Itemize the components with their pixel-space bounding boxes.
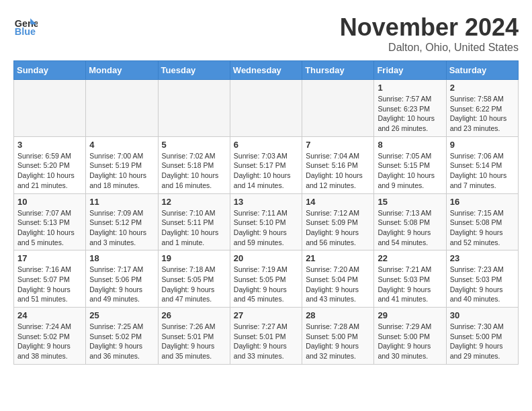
calendar-cell: 21Sunrise: 7:20 AM Sunset: 5:04 PM Dayli… [302,250,374,308]
day-info: Sunrise: 7:19 AM Sunset: 5:05 PM Dayligh… [234,265,298,304]
weekday-header-tuesday: Tuesday [158,61,230,80]
calendar-cell: 12Sunrise: 7:10 AM Sunset: 5:11 PM Dayli… [158,193,230,250]
day-number: 9 [450,140,515,150]
day-info: Sunrise: 7:21 AM Sunset: 5:03 PM Dayligh… [378,265,442,304]
day-number: 8 [378,140,442,150]
day-number: 7 [306,140,370,150]
week-row-2: 3Sunrise: 6:59 AM Sunset: 5:20 PM Daylig… [14,136,519,193]
day-number: 18 [89,253,154,263]
day-info: Sunrise: 7:06 AM Sunset: 5:14 PM Dayligh… [450,151,515,191]
svg-text:Blue: Blue [15,26,36,37]
week-row-5: 24Sunrise: 7:24 AM Sunset: 5:02 PM Dayli… [14,308,519,365]
day-info: Sunrise: 7:00 AM Sunset: 5:19 PM Dayligh… [89,151,154,191]
page-header: General Blue November 2024 Dalton, Ohio,… [13,13,519,54]
month-title: November 2024 [340,13,519,42]
day-number: 1 [378,83,442,93]
week-row-3: 10Sunrise: 7:07 AM Sunset: 5:13 PM Dayli… [14,193,519,250]
day-info: Sunrise: 6:59 AM Sunset: 5:20 PM Dayligh… [17,151,82,191]
title-area: November 2024 Dalton, Ohio, United State… [340,13,519,54]
day-info: Sunrise: 7:18 AM Sunset: 5:05 PM Dayligh… [162,265,226,304]
calendar-cell: 18Sunrise: 7:17 AM Sunset: 5:06 PM Dayli… [86,250,158,308]
calendar-cell: 20Sunrise: 7:19 AM Sunset: 5:05 PM Dayli… [230,250,302,308]
day-number: 3 [17,140,82,150]
weekday-header-saturday: Saturday [446,61,518,80]
calendar-cell: 7Sunrise: 7:04 AM Sunset: 5:16 PM Daylig… [302,136,374,193]
calendar-cell: 15Sunrise: 7:13 AM Sunset: 5:08 PM Dayli… [374,193,446,250]
calendar-cell: 26Sunrise: 7:26 AM Sunset: 5:01 PM Dayli… [158,308,230,365]
day-info: Sunrise: 7:57 AM Sunset: 6:23 PM Dayligh… [378,94,442,134]
weekday-header-row: SundayMondayTuesdayWednesdayThursdayFrid… [14,61,519,80]
logo-icon: General Blue [13,13,38,38]
day-number: 25 [89,310,154,320]
weekday-header-friday: Friday [374,61,446,80]
day-number: 17 [17,253,82,263]
calendar-cell [158,80,230,137]
day-info: Sunrise: 7:13 AM Sunset: 5:08 PM Dayligh… [378,208,442,248]
day-info: Sunrise: 7:09 AM Sunset: 5:12 PM Dayligh… [89,208,154,248]
day-number: 6 [234,140,298,150]
calendar-cell: 10Sunrise: 7:07 AM Sunset: 5:13 PM Dayli… [14,193,86,250]
calendar-cell: 3Sunrise: 6:59 AM Sunset: 5:20 PM Daylig… [14,136,86,193]
calendar-cell: 24Sunrise: 7:24 AM Sunset: 5:02 PM Dayli… [14,308,86,365]
calendar-cell: 11Sunrise: 7:09 AM Sunset: 5:12 PM Dayli… [86,193,158,250]
calendar-cell: 25Sunrise: 7:25 AM Sunset: 5:02 PM Dayli… [86,308,158,365]
calendar-cell [14,80,86,137]
location: Dalton, Ohio, United States [340,42,519,54]
calendar-cell: 14Sunrise: 7:12 AM Sunset: 5:09 PM Dayli… [302,193,374,250]
calendar-cell: 28Sunrise: 7:28 AM Sunset: 5:00 PM Dayli… [302,308,374,365]
day-info: Sunrise: 7:27 AM Sunset: 5:01 PM Dayligh… [234,322,298,361]
day-info: Sunrise: 7:07 AM Sunset: 5:13 PM Dayligh… [17,208,82,248]
day-number: 14 [306,197,370,207]
day-info: Sunrise: 7:12 AM Sunset: 5:09 PM Dayligh… [306,208,370,248]
week-row-1: 1Sunrise: 7:57 AM Sunset: 6:23 PM Daylig… [14,80,519,137]
week-row-4: 17Sunrise: 7:16 AM Sunset: 5:07 PM Dayli… [14,250,519,308]
day-number: 26 [162,310,226,320]
calendar-cell [86,80,158,137]
weekday-header-sunday: Sunday [14,61,86,80]
calendar-cell: 16Sunrise: 7:15 AM Sunset: 5:08 PM Dayli… [446,193,518,250]
day-info: Sunrise: 7:05 AM Sunset: 5:15 PM Dayligh… [378,151,442,191]
day-info: Sunrise: 7:25 AM Sunset: 5:02 PM Dayligh… [89,322,154,361]
calendar-table: SundayMondayTuesdayWednesdayThursdayFrid… [13,60,519,365]
day-info: Sunrise: 7:26 AM Sunset: 5:01 PM Dayligh… [162,322,226,361]
day-number: 27 [234,310,298,320]
calendar-cell: 4Sunrise: 7:00 AM Sunset: 5:19 PM Daylig… [86,136,158,193]
weekday-header-monday: Monday [86,61,158,80]
calendar-cell: 19Sunrise: 7:18 AM Sunset: 5:05 PM Dayli… [158,250,230,308]
logo: General Blue [13,13,38,38]
day-info: Sunrise: 7:03 AM Sunset: 5:17 PM Dayligh… [234,151,298,191]
day-info: Sunrise: 7:24 AM Sunset: 5:02 PM Dayligh… [17,322,82,361]
day-number: 15 [378,197,442,207]
day-number: 2 [450,83,515,93]
calendar-cell: 27Sunrise: 7:27 AM Sunset: 5:01 PM Dayli… [230,308,302,365]
day-info: Sunrise: 7:15 AM Sunset: 5:08 PM Dayligh… [450,208,515,248]
day-number: 22 [378,253,442,263]
weekday-header-thursday: Thursday [302,61,374,80]
calendar-cell: 6Sunrise: 7:03 AM Sunset: 5:17 PM Daylig… [230,136,302,193]
day-number: 21 [306,253,370,263]
day-info: Sunrise: 7:17 AM Sunset: 5:06 PM Dayligh… [89,265,154,304]
day-info: Sunrise: 7:04 AM Sunset: 5:16 PM Dayligh… [306,151,370,191]
day-number: 4 [89,140,154,150]
calendar-cell: 30Sunrise: 7:30 AM Sunset: 5:00 PM Dayli… [446,308,518,365]
day-info: Sunrise: 7:10 AM Sunset: 5:11 PM Dayligh… [162,208,226,248]
day-number: 16 [450,197,515,207]
day-number: 30 [450,310,515,320]
calendar-cell: 17Sunrise: 7:16 AM Sunset: 5:07 PM Dayli… [14,250,86,308]
day-number: 19 [162,253,226,263]
calendar-cell: 5Sunrise: 7:02 AM Sunset: 5:18 PM Daylig… [158,136,230,193]
day-number: 24 [17,310,82,320]
day-info: Sunrise: 7:30 AM Sunset: 5:00 PM Dayligh… [450,322,515,361]
day-info: Sunrise: 7:20 AM Sunset: 5:04 PM Dayligh… [306,265,370,304]
day-number: 13 [234,197,298,207]
day-number: 23 [450,253,515,263]
day-number: 5 [162,140,226,150]
calendar-cell: 29Sunrise: 7:29 AM Sunset: 5:00 PM Dayli… [374,308,446,365]
day-info: Sunrise: 7:58 AM Sunset: 6:22 PM Dayligh… [450,94,515,134]
calendar-cell: 22Sunrise: 7:21 AM Sunset: 5:03 PM Dayli… [374,250,446,308]
day-number: 28 [306,310,370,320]
day-number: 20 [234,253,298,263]
day-info: Sunrise: 7:23 AM Sunset: 5:03 PM Dayligh… [450,265,515,304]
calendar-cell [230,80,302,137]
day-number: 12 [162,197,226,207]
